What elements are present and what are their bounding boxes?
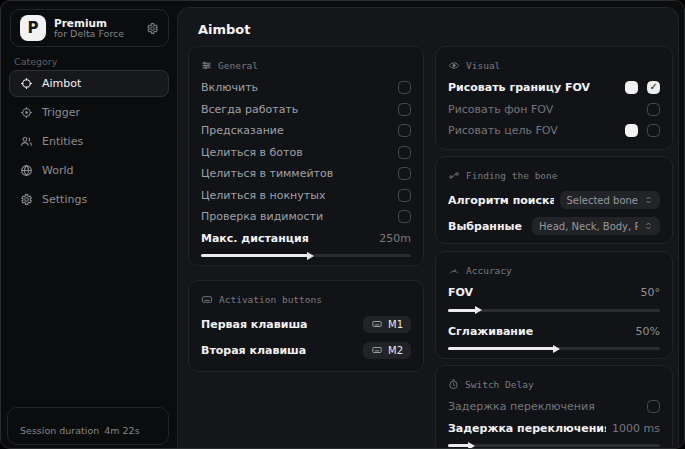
fov-slider[interactable] [448,309,660,312]
session-duration-box: Session duration 4m 22s [7,407,169,445]
panel-finding-bone: Finding the bone Алгоритм поиска кост Se… [435,156,673,244]
slider-value: 50% [636,325,660,338]
chevron-up-down-icon [644,221,653,231]
keybind-button-second[interactable]: M2 [363,342,411,359]
color-swatch[interactable] [625,81,638,94]
gear-icon[interactable] [146,22,159,35]
panel-title: General [218,60,258,71]
slider-value: 50° [641,286,661,299]
session-duration-value: 4m 22s [104,425,139,436]
panel-title: Visual [466,60,500,71]
bone-row-label: Выбранные кос [448,220,526,233]
max-distance-slider[interactable] [201,254,411,257]
keyboard-icon [371,319,383,329]
checkbox-always-work[interactable] [398,103,411,116]
slider-value: 250m [379,232,411,245]
checkbox-draw-fov-border[interactable] [647,81,660,94]
slider-label: Сглаживание [448,325,533,338]
gauge-icon [448,265,460,276]
checkbox-target-bots[interactable] [398,146,411,159]
slider-value: 1000 ms [612,422,660,435]
visual-row-label: Рисовать границу FOV [448,81,590,94]
slider-fill[interactable] [201,254,308,257]
dropdown-value: Selected bone [567,195,638,206]
checkbox-prediction[interactable] [398,124,411,137]
checkbox-target-teammates[interactable] [398,167,411,180]
panel-title: Activation buttons [219,294,322,305]
keybind-key: M1 [388,319,403,330]
checkbox-label: Всегда работать [201,103,298,116]
sidebar-item-label: World [42,164,74,177]
checkbox-switch-delay[interactable] [647,400,660,413]
bone-row-label: Алгоритм поиска кост [448,194,554,207]
panel-title: Switch Delay [465,379,534,390]
panel-visual: Visual Рисовать границу FOV Рисовать фон… [435,46,673,150]
crosshair-icon [20,77,33,90]
color-swatch[interactable] [625,124,638,137]
sidebar: P Premium for Delta Force Category Aimbo… [1,1,177,448]
app-window: P Premium for Delta Force Category Aimbo… [0,0,685,449]
checkbox-draw-fov-background[interactable] [647,103,660,116]
bone-algorithm-dropdown[interactable]: Selected bone [560,191,660,209]
slider-fill[interactable] [448,347,554,350]
checkbox-label: Целиться в нокнутых [201,189,325,202]
chevron-up-down-icon [644,195,653,205]
sliders-icon [201,60,212,71]
checkbox-enable[interactable] [398,81,411,94]
checkbox-label: Целиться в тиммейтов [201,167,333,180]
keybind-key: M2 [388,345,403,356]
main-content: Aimbot General Включить Всегда работать … [177,7,679,449]
visual-row-label: Рисовать цель FOV [448,124,558,137]
selected-bones-dropdown[interactable]: Head, Neck, Body, Pe... [532,217,660,235]
session-duration-label: Session duration [20,425,99,436]
page-title: Aimbot [198,22,251,37]
keybind-button-first[interactable]: M1 [363,316,411,333]
gear-icon [20,193,33,206]
panel-activation-buttons: Activation buttons Первая клавиша M1 Вто… [188,280,424,372]
dropdown-value: Head, Neck, Body, Pe... [539,221,638,232]
sidebar-item-aimbot[interactable]: Aimbot [9,70,169,97]
keybind-label: Вторая клавиша [201,344,306,357]
entities-icon [20,135,33,148]
checkbox-label: Включить [201,81,258,94]
category-label: Category [14,56,57,67]
checkbox-visibility-check[interactable] [398,210,411,223]
keyboard-icon [371,345,383,355]
brand-title: Premium [54,17,138,29]
sidebar-item-trigger[interactable]: Trigger [9,99,169,126]
checkbox-target-knocked[interactable] [398,189,411,202]
checkbox-label: Предсказание [201,124,284,137]
checkbox-label: Проверка видимости [201,210,323,223]
sidebar-item-settings[interactable]: Settings [9,186,169,213]
brand-logo: P [20,15,46,41]
globe-icon [20,164,33,177]
checkbox-label: Целиться в ботов [201,146,303,159]
slider-fill[interactable] [448,309,476,312]
bone-icon [448,170,460,181]
sidebar-item-label: Settings [42,193,87,206]
smoothing-slider[interactable] [448,347,660,350]
slider-fill[interactable] [448,444,469,447]
eye-icon [448,60,460,71]
visual-row-label: Рисовать фон FOV [448,103,553,116]
brand-card[interactable]: P Premium for Delta Force [10,9,169,47]
sidebar-item-entities[interactable]: Entities [9,128,169,155]
checkbox-draw-fov-target[interactable] [647,124,660,137]
panel-title: Accuracy [466,265,512,276]
sidebar-nav: Aimbot Trigger Entities World [9,70,169,215]
trigger-icon [20,106,33,119]
panel-accuracy: Accuracy FOV50° Сглаживание50% [435,251,673,359]
slider-label: Макс. дистанция [201,232,309,245]
sidebar-item-world[interactable]: World [9,157,169,184]
panel-general: General Включить Всегда работать Предска… [188,46,424,266]
panel-title: Finding the bone [466,170,558,181]
sidebar-item-label: Aimbot [42,77,81,90]
brand-subtitle: for Delta Force [54,29,138,40]
switch-delay-slider[interactable] [448,444,660,447]
keybind-label: Первая клавиша [201,318,308,331]
stopwatch-icon [448,379,459,390]
checkbox-label: Задержка переключения [448,400,595,413]
sidebar-item-label: Entities [42,135,83,148]
keyboard-icon [201,294,213,305]
slider-label: Задержка переключения (мс) [448,422,606,435]
